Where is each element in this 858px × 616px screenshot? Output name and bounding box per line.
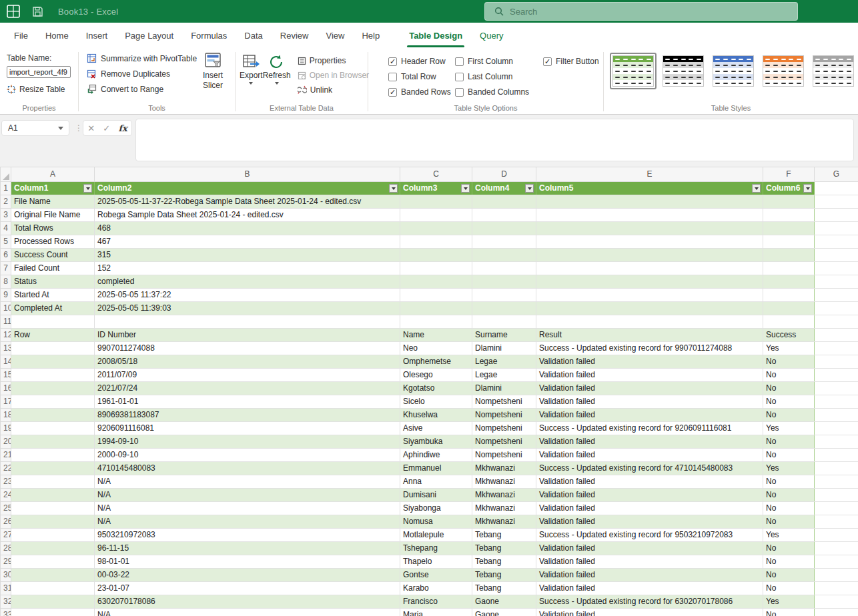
formula-input[interactable] xyxy=(135,119,854,161)
cell-B7[interactable]: 152 xyxy=(95,262,400,275)
table-header-cell-F[interactable]: Column6 xyxy=(763,182,815,195)
cell-B18[interactable]: 89069381183087 xyxy=(95,409,400,422)
cell-E4[interactable] xyxy=(536,222,763,235)
row-number-32[interactable]: 32 xyxy=(1,595,11,609)
cell-A28[interactable] xyxy=(11,542,95,555)
cell-F9[interactable] xyxy=(763,289,815,302)
row-number-16[interactable]: 16 xyxy=(1,382,11,395)
cell-C32[interactable]: Francisco xyxy=(400,595,472,609)
cell-G19[interactable] xyxy=(815,422,858,435)
filter-button[interactable] xyxy=(389,184,398,193)
filter-button[interactable] xyxy=(752,184,761,193)
checkbox-box[interactable] xyxy=(388,73,397,81)
cell-C6[interactable] xyxy=(400,249,472,262)
cell-D21[interactable]: Nompetsheni xyxy=(472,449,536,462)
cell-G11[interactable] xyxy=(815,315,858,329)
insert-slicer-button[interactable]: Insert Slicer xyxy=(196,52,230,91)
cell-D20[interactable]: Nompetsheni xyxy=(472,435,536,449)
cell-C21[interactable]: Aphindiwe xyxy=(400,449,472,462)
cell-B16[interactable]: 2021/07/24 xyxy=(95,382,400,395)
cell-D4[interactable] xyxy=(472,222,536,235)
cell-E14[interactable]: Validation failed xyxy=(536,355,763,369)
cell-C22[interactable]: Emmanuel xyxy=(400,462,472,475)
row-number-23[interactable]: 23 xyxy=(1,475,11,489)
cell-F16[interactable]: No xyxy=(763,382,815,395)
cell-D13[interactable]: Dlamini xyxy=(472,342,536,355)
cell-F29[interactable]: No xyxy=(763,555,815,569)
row-number-12[interactable]: 12 xyxy=(1,329,11,342)
cell-C23[interactable]: Anna xyxy=(400,475,472,489)
cell-E18[interactable]: Validation failed xyxy=(536,409,763,422)
cell-D25[interactable]: Mkhwanazi xyxy=(472,502,536,515)
cell-F13[interactable]: Yes xyxy=(763,342,815,355)
cell-C19[interactable]: Asive xyxy=(400,422,472,435)
cell-D15[interactable]: Legae xyxy=(472,369,536,382)
row-number-9[interactable]: 9 xyxy=(1,289,11,302)
name-box[interactable]: A1 xyxy=(1,120,69,136)
cell-G29[interactable] xyxy=(815,555,858,569)
cell-D11[interactable] xyxy=(472,315,536,329)
row-number-1[interactable]: 1 xyxy=(1,182,11,195)
tab-data[interactable]: Data xyxy=(236,23,271,48)
tab-formulas[interactable]: Formulas xyxy=(182,23,236,48)
row-number-18[interactable]: 18 xyxy=(1,409,11,422)
cell-B6[interactable]: 315 xyxy=(95,249,400,262)
tab-view[interactable]: View xyxy=(317,23,353,48)
column-header-G[interactable]: G xyxy=(815,167,858,182)
cell-F24[interactable]: No xyxy=(763,489,815,502)
row-number-30[interactable]: 30 xyxy=(1,569,11,582)
row-number-20[interactable]: 20 xyxy=(1,435,11,449)
cell-C14[interactable]: Omphemetse xyxy=(400,355,472,369)
row-number-31[interactable]: 31 xyxy=(1,582,11,595)
cell-C25[interactable]: Siyabonga xyxy=(400,502,472,515)
enter-button[interactable]: ✓ xyxy=(103,123,110,133)
cell-A3[interactable]: Original File Name xyxy=(11,209,95,222)
tab-help[interactable]: Help xyxy=(353,23,388,48)
cell-F17[interactable]: No xyxy=(763,395,815,409)
cell-E23[interactable]: Validation failed xyxy=(536,475,763,489)
cell-A17[interactable] xyxy=(11,395,95,409)
cell-E5[interactable] xyxy=(536,235,763,249)
cell-A23[interactable] xyxy=(11,475,95,489)
checkbox-box[interactable] xyxy=(455,57,464,66)
cell-E6[interactable] xyxy=(536,249,763,262)
row-number-33[interactable]: 33 xyxy=(1,609,11,616)
cell-G13[interactable] xyxy=(815,342,858,355)
row-number-8[interactable]: 8 xyxy=(1,275,11,289)
cell-A6[interactable]: Success Count xyxy=(11,249,95,262)
checkbox-box[interactable]: ✓ xyxy=(388,88,397,97)
cell-B3[interactable]: Robega Sample Data Sheet 2025-01-24 - ed… xyxy=(95,209,400,222)
cell-B27[interactable]: 9503210972083 xyxy=(95,529,400,542)
cell-G23[interactable] xyxy=(815,475,858,489)
cell-F23[interactable]: No xyxy=(763,475,815,489)
cell-F11[interactable] xyxy=(763,315,815,329)
cell-D22[interactable]: Mkhwanazi xyxy=(472,462,536,475)
cell-E26[interactable]: Validation failed xyxy=(536,515,763,529)
cell-D33[interactable]: Gaone xyxy=(472,609,536,616)
table-header-cell-C[interactable]: Column3 xyxy=(400,182,472,195)
cell-G32[interactable] xyxy=(815,595,858,609)
cell-G1[interactable] xyxy=(815,182,858,195)
cell-G10[interactable] xyxy=(815,302,858,315)
row-number-15[interactable]: 15 xyxy=(1,369,11,382)
row-number-17[interactable]: 17 xyxy=(1,395,11,409)
cell-E30[interactable]: Validation failed xyxy=(536,569,763,582)
cell-C29[interactable]: Thapelo xyxy=(400,555,472,569)
row-number-14[interactable]: 14 xyxy=(1,355,11,369)
cell-B14[interactable]: 2008/05/18 xyxy=(95,355,400,369)
cell-G25[interactable] xyxy=(815,502,858,515)
tab-page-layout[interactable]: Page Layout xyxy=(116,23,182,48)
cell-A12[interactable]: Row xyxy=(11,329,95,342)
cell-G4[interactable] xyxy=(815,222,858,235)
cell-F26[interactable]: No xyxy=(763,515,815,529)
cell-D10[interactable] xyxy=(472,302,536,315)
cell-F21[interactable]: No xyxy=(763,449,815,462)
cell-F14[interactable]: No xyxy=(763,355,815,369)
cell-A29[interactable] xyxy=(11,555,95,569)
cell-A30[interactable] xyxy=(11,569,95,582)
cell-D29[interactable]: Tebang xyxy=(472,555,536,569)
checkbox-total-row[interactable]: Total Row xyxy=(388,72,455,81)
cell-D28[interactable]: Tebang xyxy=(472,542,536,555)
cell-B25[interactable]: N/A xyxy=(95,502,400,515)
cell-F4[interactable] xyxy=(763,222,815,235)
